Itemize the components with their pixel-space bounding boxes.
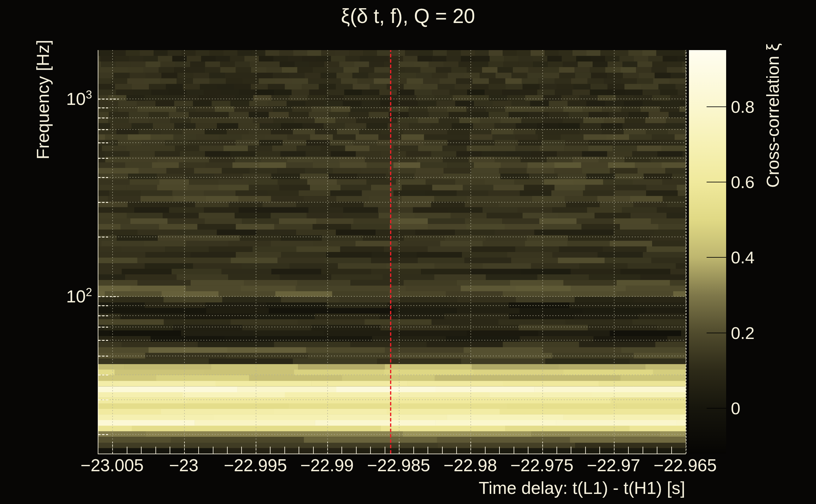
x-tick-label: −22.965: [654, 457, 717, 474]
x-axis-tick: [241, 447, 242, 454]
y-axis-tick: [98, 340, 108, 341]
x-axis-tick: [643, 447, 643, 454]
heatmap-canvas: [98, 50, 686, 454]
x-axis-tick: [112, 442, 113, 454]
x-axis-tick: [270, 447, 271, 454]
colorbar-tick: [707, 408, 726, 409]
y-axis-tick: [98, 399, 108, 400]
x-grid-line: [256, 50, 256, 454]
y-axis-tick: [98, 129, 108, 130]
y-axis-tick: [98, 327, 108, 328]
x-axis-tick: [442, 447, 443, 454]
x-axis-tick: [628, 447, 629, 454]
x-axis-tick: [385, 447, 385, 454]
colorbar-tick-label: 0.8: [731, 98, 755, 115]
plot-right-frame: [686, 50, 687, 454]
x-axis-tick: [556, 447, 557, 454]
colorbar-tick: [707, 333, 726, 333]
plot-title: ξ(δ t, f), Q = 20: [0, 4, 816, 28]
colorbar-tick-label: 0.4: [731, 249, 755, 266]
y-grid-line: [98, 177, 686, 178]
colorbar-tick: [707, 106, 726, 107]
x-axis-tick: [327, 442, 328, 454]
x-tick-label: −22.975: [510, 457, 573, 474]
y-tick-label: 102: [44, 287, 92, 305]
x-axis-tick: [141, 447, 141, 454]
y-axis-tick: [98, 315, 108, 316]
x-axis-tick: [342, 447, 342, 454]
x-axis-tick: [413, 447, 414, 454]
y-grid-line: [98, 296, 686, 297]
x-grid-line: [327, 50, 328, 454]
x-axis-tick: [614, 442, 615, 454]
x-grid-line: [470, 50, 471, 454]
y-grid-line: [98, 202, 686, 203]
x-axis-tick: [599, 447, 600, 454]
x-axis-tick: [528, 447, 528, 454]
y-grid-line: [98, 375, 686, 375]
y-grid-line: [98, 99, 686, 99]
y-tick-label: 103: [44, 89, 92, 108]
y-grid-line: [98, 117, 686, 118]
x-grid-line: [184, 50, 185, 454]
x-tick-label: −22.97: [587, 457, 641, 474]
y-grid-line: [98, 434, 686, 435]
y-grid-line: [98, 340, 686, 341]
y-grid-line: [98, 142, 686, 143]
colorbar: [689, 50, 726, 454]
x-axis-tick: [399, 442, 399, 454]
x-axis-tick: [169, 447, 170, 454]
x-axis-tick: [585, 447, 586, 454]
x-axis-title: Time delay: t(L1) - t(H1) [s]: [479, 479, 685, 497]
y-grid-line: [98, 315, 686, 316]
y-axis-tick: [98, 375, 108, 375]
y-grid-line: [98, 107, 686, 108]
x-tick-label: −22.99: [300, 457, 354, 474]
x-axis-tick: [485, 447, 486, 454]
x-axis-tick: [671, 447, 672, 454]
y-axis-tick: [98, 296, 118, 297]
x-axis-tick: [155, 447, 156, 454]
y-grid-line: [98, 237, 686, 237]
y-grid-line: [98, 129, 686, 130]
y-grid-line: [98, 305, 686, 306]
x-axis-tick: [213, 447, 214, 454]
y-axis-tick: [98, 434, 108, 435]
colorbar-tick-label: 0.6: [731, 174, 755, 191]
colorbar-tick-label: 0: [731, 400, 740, 417]
y-axis-tick: [98, 158, 108, 159]
y-grid-line: [98, 158, 686, 158]
x-tick-label: −23.005: [80, 457, 143, 474]
x-axis-tick: [428, 447, 428, 454]
x-axis-tick: [514, 447, 514, 454]
figure: ξ(δ t, f), Q = 20 Frequency [Hz] 102103 …: [0, 0, 816, 504]
colorbar-tick-label: 0.2: [731, 324, 755, 341]
marker-dashed-line: [390, 50, 391, 454]
x-axis-tick: [657, 447, 658, 454]
x-tick-label: −22.995: [224, 457, 287, 474]
x-axis-tick: [184, 442, 185, 454]
x-axis-tick: [456, 447, 457, 454]
colorbar-tick: [707, 257, 726, 258]
colorbar-title: Cross-correlation ξ: [764, 43, 782, 188]
x-axis-tick: [256, 442, 256, 454]
y-grid-line: [98, 356, 686, 356]
x-axis-tick: [571, 447, 571, 454]
x-axis-tick: [313, 447, 314, 454]
x-axis-tick: [299, 447, 299, 454]
x-axis-tick: [356, 447, 357, 454]
y-grid-line: [98, 399, 686, 400]
x-grid-line: [542, 50, 543, 454]
y-axis-tick: [98, 305, 108, 306]
x-axis-tick: [227, 447, 228, 454]
y-axis-tick: [98, 107, 108, 108]
heatmap-plot-area: [98, 50, 686, 454]
x-tick-label: −22.98: [444, 457, 497, 474]
y-axis-tick: [98, 117, 108, 118]
y-axis-tick: [98, 142, 108, 143]
x-grid-line: [112, 50, 113, 454]
y-grid-line: [98, 327, 686, 327]
x-axis-tick: [370, 447, 371, 454]
x-axis-tick: [499, 447, 500, 454]
y-axis-tick: [98, 237, 108, 238]
